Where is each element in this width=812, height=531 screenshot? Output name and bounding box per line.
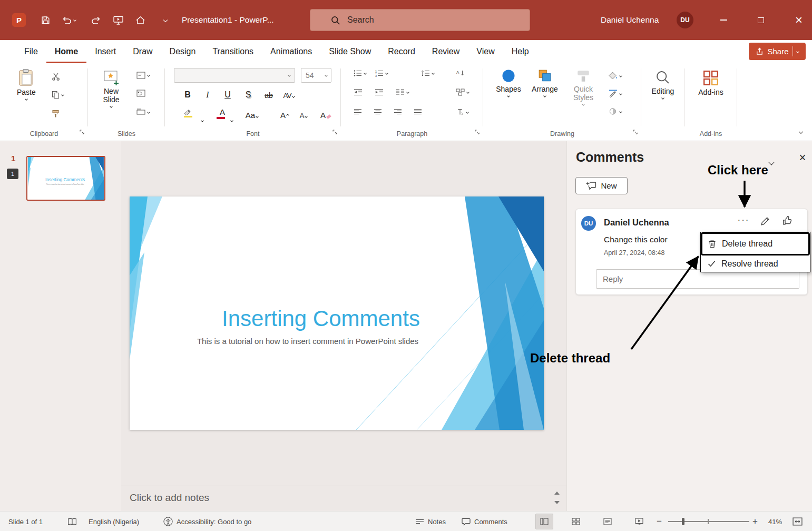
paste-button[interactable]: Paste [17,68,36,100]
search-bar[interactable] [310,9,530,31]
close-button[interactable]: × [787,0,811,40]
font-size-combo[interactable]: 54 [301,68,331,83]
shrink-font-button[interactable]: A [297,106,310,121]
slide-sorter-view-button[interactable] [567,514,585,529]
share-chevron-icon[interactable] [796,50,799,53]
scroll-down-button[interactable] [552,498,562,508]
like-comment-icon[interactable] [782,215,793,228]
tab-design[interactable]: Design [161,40,204,63]
shape-outline-button[interactable] [609,90,622,97]
line-spacing-button[interactable] [421,70,434,77]
highlight-chevron[interactable] [195,109,209,123]
character-spacing-button[interactable]: AV [282,86,296,101]
slideshow-view-button[interactable] [630,514,648,529]
zoom-out-button[interactable]: − [657,512,662,531]
convert-to-smartart-button[interactable] [456,88,469,96]
clear-formatting-button[interactable]: A [319,106,332,121]
close-comments-icon[interactable]: × [796,151,809,164]
reading-view-button[interactable] [599,514,617,529]
grow-font-button[interactable]: A [278,106,291,121]
decrease-indent-button[interactable] [354,88,363,96]
zoom-slider-thumb[interactable] [682,518,684,525]
home-button[interactable] [131,0,150,40]
customize-toolbar-icon[interactable] [156,0,175,40]
text-direction-button[interactable] [456,109,468,115]
slide-thumbnail[interactable]: Inserting Comments This is a tutorial on… [26,156,105,201]
notes-divider[interactable] [121,486,566,486]
font-name-combo[interactable] [174,68,295,83]
zoom-in-button[interactable]: + [752,512,758,531]
columns-button[interactable] [396,88,409,96]
justify-button[interactable] [414,109,422,115]
numbering-button[interactable]: 123 [375,70,388,77]
tab-help[interactable]: Help [503,40,537,63]
accessibility-checker[interactable]: Accessibility: Good to go [163,512,251,531]
arrange-button[interactable]: Arrange [529,68,561,97]
shapes-button[interactable]: Shapes [494,68,523,97]
strikethrough-button[interactable]: ab [262,86,276,101]
tab-slide-show[interactable]: Slide Show [320,40,379,63]
start-slideshow-button[interactable] [109,0,128,40]
new-slide-button[interactable]: New Slide [97,68,125,107]
tab-animations[interactable]: Animations [262,40,320,63]
menu-item-delete-thread[interactable]: Delete thread [701,232,810,255]
normal-view-button[interactable] [535,514,553,529]
tab-draw[interactable]: Draw [124,40,161,63]
reply-input[interactable] [596,270,799,288]
comment-more-actions-icon[interactable]: ··· [735,213,752,227]
addins-button[interactable]: Add-ins [695,70,727,96]
quick-styles-button[interactable]: Quick Styles [566,68,600,105]
language-selector[interactable]: English (Nigeria) [89,512,139,531]
fit-slide-to-window-button[interactable] [793,512,803,531]
zoom-slider-track[interactable] [668,521,749,522]
collapse-ribbon-icon[interactable] [799,126,803,135]
tab-transitions[interactable]: Transitions [204,40,262,63]
redo-button[interactable] [86,0,105,40]
format-painter-button[interactable] [52,110,60,118]
font-dialog-launcher-icon[interactable] [332,127,338,137]
highlight-color-button[interactable] [179,106,192,121]
drawing-dialog-launcher-icon[interactable] [633,127,638,137]
tab-review[interactable]: Review [424,40,468,63]
slide-subtitle[interactable]: This is a tutorial on how to insert comm… [130,337,486,346]
edit-comment-icon[interactable] [760,217,770,228]
zoom-level[interactable]: 41% [768,512,782,531]
change-case-button[interactable]: Aa [245,106,259,121]
shape-effects-button[interactable] [609,107,622,115]
new-comment-button[interactable]: New [575,177,628,194]
copy-button[interactable] [52,91,64,99]
scroll-up-button[interactable] [552,488,562,497]
reset-slide-button[interactable] [136,90,145,97]
font-color-chevron[interactable] [225,109,239,123]
spell-check-icon[interactable] [67,512,77,531]
increase-indent-button[interactable] [375,88,384,96]
align-left-button[interactable] [354,109,362,115]
font-color-button[interactable]: A [211,106,225,121]
shape-fill-button[interactable] [609,72,622,80]
share-button[interactable]: Share [749,43,806,60]
tab-record[interactable]: Record [379,40,424,63]
comments-toggle[interactable]: Comments [462,512,507,531]
sort-button[interactable]: A [456,70,465,77]
cut-button[interactable] [52,73,60,81]
account-name[interactable]: Daniel Uchenna [601,0,659,40]
section-button[interactable] [136,109,150,116]
align-right-button[interactable] [394,109,402,115]
slide-canvas[interactable]: Inserting Comments This is a tutorial on… [130,196,544,430]
undo-button[interactable] [57,0,80,40]
notes-placeholder[interactable]: Click to add notes [130,492,209,504]
tab-insert[interactable]: Insert [86,40,124,63]
search-input[interactable] [347,10,524,30]
menu-item-resolve-thread[interactable]: Resolve thread [701,255,810,272]
editing-button[interactable]: Editing [649,70,677,99]
underline-button[interactable]: U [221,86,234,101]
account-avatar[interactable]: DU [677,12,693,28]
minimize-button[interactable] [711,0,736,40]
tab-home[interactable]: Home [46,40,86,63]
layout-button[interactable] [136,72,150,79]
clipboard-dialog-launcher-icon[interactable] [80,127,85,137]
tab-file[interactable]: File [16,40,46,63]
text-shadow-button[interactable]: S [241,86,255,101]
save-button[interactable] [36,0,55,40]
italic-button[interactable]: I [201,86,214,101]
